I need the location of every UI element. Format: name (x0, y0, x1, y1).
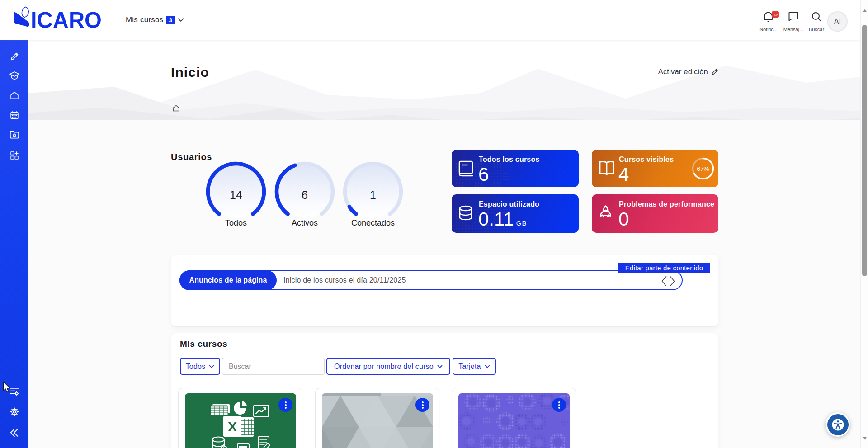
svg-text:ICARO: ICARO (31, 8, 102, 33)
svg-text:X: X (228, 419, 237, 434)
svg-text:67%: 67% (697, 165, 709, 172)
